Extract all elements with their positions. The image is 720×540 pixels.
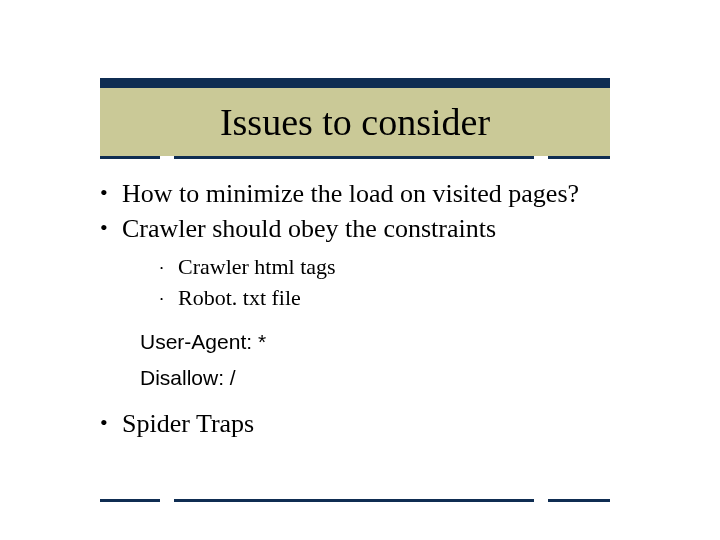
bullet-level1: • Crawler should obey the constraints [100,213,640,246]
slide-title: Issues to consider [220,100,490,144]
slide: Issues to consider • How to minimize the… [0,0,720,540]
bullet-dot-icon: • [100,408,122,438]
bullet-level2: • Crawler html tags [160,253,640,282]
sub-bullet-group: • Crawler html tags • Robot. txt file [160,253,640,312]
bullet-text: Crawler html tags [178,253,640,282]
bullet-text: How to minimize the load on visited page… [122,178,640,211]
bullet-small-dot-icon: • [160,253,178,281]
bullet-text: Crawler should obey the constraints [122,213,640,246]
bullet-level2: • Robot. txt file [160,284,640,313]
code-block: User-Agent: * Disallow: / [140,324,640,395]
content-area: • How to minimize the load on visited pa… [100,178,640,442]
footer-line-gap-left [160,499,174,502]
bullet-level1: • Spider Traps [100,408,640,441]
bullet-text: Robot. txt file [178,284,640,313]
bullet-small-dot-icon: • [160,284,178,312]
bullet-text: Spider Traps [122,408,640,441]
title-top-bar [100,78,610,88]
code-line: Disallow: / [140,360,640,396]
bullet-dot-icon: • [100,213,122,243]
bullet-level1: • How to minimize the load on visited pa… [100,178,640,211]
bullet-dot-icon: • [100,178,122,208]
code-line: User-Agent: * [140,324,640,360]
title-band: Issues to consider [100,88,610,156]
footer-line-gap-right [534,499,548,502]
title-underline-gap-right [534,156,548,159]
title-underline-gap-left [160,156,174,159]
